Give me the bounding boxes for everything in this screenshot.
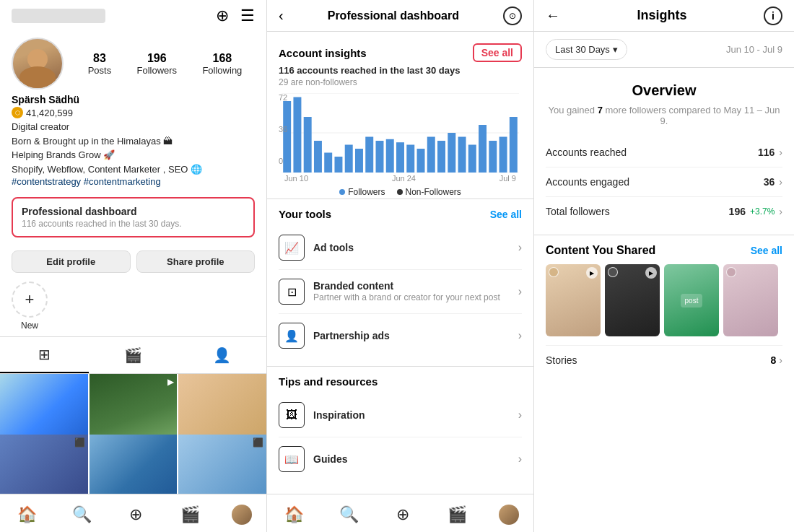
tips-section: Tips and resources 🖼 Inspiration › 📖 Gui… (267, 366, 533, 489)
stories-label: Stories (546, 354, 577, 366)
insights-header: Account insights See all (279, 43, 522, 62)
dash-nav-reels[interactable]: 🎬 (445, 502, 471, 528)
post-6[interactable]: ⬛ (178, 435, 266, 494)
guides-chevron: › (518, 453, 522, 466)
add-icon[interactable]: ⊕ (216, 6, 229, 25)
branded-content-icon: ⊡ (279, 279, 305, 305)
dashboard-card[interactable]: Professional dashboard 116 accounts reac… (12, 197, 255, 237)
profile-name: Spärsh Sädhü (12, 94, 255, 105)
thumbnails-row: ▶ ▶ post (546, 264, 782, 336)
dash-nav-search[interactable]: 🔍 (336, 502, 362, 528)
svg-rect-18 (437, 141, 445, 173)
guides-icon: 📖 (279, 446, 305, 472)
tab-reels[interactable]: 🎬 (89, 337, 178, 373)
posts-grid: ▶ ⬛ ⬛ (0, 374, 266, 494)
content-shared-section: Content You Shared See all ▶ ▶ post (534, 235, 794, 383)
following-stat[interactable]: 168 Following (202, 52, 242, 76)
nav-add[interactable]: ⊕ (123, 502, 149, 528)
stories-row[interactable]: Stories 8 › (546, 345, 782, 375)
bio-digital-creator: Digital creator (12, 120, 255, 134)
thumb-4[interactable] (723, 264, 778, 336)
following-count: 168 (213, 52, 232, 65)
coin-value: 41,420,599 (26, 108, 73, 118)
svg-rect-16 (417, 149, 425, 173)
insights-content: Overview You gained 7 more followers com… (534, 68, 794, 532)
content-see-all-button[interactable]: See all (751, 245, 782, 256)
new-label: New (12, 320, 48, 331)
content-header: Content You Shared See all (546, 244, 782, 257)
back-arrow-icon[interactable]: ‹ (279, 7, 284, 24)
date-filter-button[interactable]: Last 30 Days ▾ (546, 39, 627, 60)
svg-rect-4 (293, 97, 301, 173)
chart-labels: Jun 10 Jun 24 Jul 9 (282, 173, 519, 183)
guides-text: Guides (313, 453, 518, 465)
thumb-1[interactable]: ▶ (546, 264, 601, 336)
posts-stat[interactable]: 83 Posts (88, 52, 112, 76)
metric-accounts-engaged[interactable]: Accounts engaged 36 › (546, 167, 782, 197)
insights-back-icon[interactable]: ← (546, 7, 560, 24)
ad-tools-icon: 📈 (279, 235, 305, 261)
content-shared-title: Content You Shared (546, 244, 655, 257)
thumb-2[interactable]: ▶ (605, 264, 660, 336)
overview-sub: You gained 7 more followers compared to … (546, 105, 782, 126)
y-max: 72 (279, 93, 287, 102)
svg-rect-20 (458, 137, 466, 173)
insights-see-all-button[interactable]: See all (473, 43, 522, 62)
nav-home[interactable]: 🏠 (14, 502, 40, 528)
metric-followers-right: 196 +3.7% › (729, 206, 782, 217)
svg-rect-9 (345, 145, 353, 173)
menu-icon[interactable]: ☰ (240, 6, 255, 25)
nav-profile[interactable] (232, 505, 252, 525)
branded-content-chevron: › (518, 285, 522, 298)
nav-search[interactable]: 🔍 (69, 502, 95, 528)
posts-label: Posts (88, 65, 112, 76)
tool-ad-tools[interactable]: 📈 Ad tools › (279, 226, 522, 270)
post-4[interactable]: ⬛ (0, 435, 88, 494)
profile-bottom-nav: 🏠 🔍 ⊕ 🎬 (0, 494, 266, 532)
tool-guides[interactable]: 📖 Guides › (279, 437, 522, 481)
chart-area: 72 36 0 (279, 93, 522, 187)
bio-brands: Helping Brands Grow 🚀 (12, 148, 255, 162)
followers-count: 196 (147, 52, 167, 65)
tool-branded-content[interactable]: ⊡ Branded content Partner with a brand o… (279, 270, 522, 314)
post-5[interactable] (90, 435, 178, 494)
followers-label: Followers (136, 65, 177, 76)
metric-engaged-value: 36 (764, 176, 775, 188)
dash-nav-home[interactable]: 🏠 (282, 502, 307, 528)
ad-tools-name: Ad tools (313, 242, 518, 253)
metric-total-followers[interactable]: Total followers 196 +3.7% › (546, 197, 782, 226)
account-insights-section: Account insights See all 116 accounts re… (267, 32, 533, 199)
tab-tagged[interactable]: 👤 (178, 337, 266, 373)
settings-icon[interactable]: ⊙ (503, 6, 522, 25)
tools-see-all-button[interactable]: See all (490, 209, 522, 220)
stories-chevron: › (779, 354, 782, 366)
your-tools-title: Your tools (279, 208, 331, 220)
branded-content-name: Branded content (313, 280, 518, 292)
tab-grid[interactable]: ⊞ (0, 337, 89, 373)
metric-accounts-reached[interactable]: Accounts reached 116 › (546, 138, 782, 167)
chart-label-mid: Jun 24 (392, 174, 416, 183)
new-story-button[interactable]: + (12, 282, 48, 318)
meta-coin: ⬡ 41,420,599 (12, 107, 255, 118)
legend-non-followers: Non-Followers (397, 187, 461, 197)
dash-nav-profile[interactable] (499, 505, 519, 525)
edit-profile-button[interactable]: Edit profile (12, 250, 131, 273)
dash-nav-add[interactable]: ⊕ (390, 502, 416, 528)
share-profile-button[interactable]: Share profile (136, 250, 256, 273)
tool-ad-tools-text: Ad tools (313, 242, 518, 253)
svg-rect-10 (355, 149, 363, 173)
svg-rect-14 (396, 142, 404, 173)
tool-inspiration[interactable]: 🖼 Inspiration › (279, 393, 522, 437)
nav-reels[interactable]: 🎬 (178, 502, 204, 528)
account-insights-title: Account insights (279, 47, 367, 59)
tool-partnership-ads[interactable]: 👤 Partnership ads › (279, 314, 522, 357)
followers-stat[interactable]: 196 Followers (136, 52, 177, 76)
dashboard-card-sub: 116 accounts reached in the last 30 days… (22, 219, 245, 229)
avatar (12, 38, 64, 90)
svg-rect-25 (510, 117, 518, 173)
info-icon[interactable]: i (764, 6, 782, 25)
metric-reached-chevron: › (779, 147, 782, 158)
top-icons: ⊕ ☰ (216, 6, 255, 25)
thumb-3[interactable]: post (664, 264, 719, 336)
hashtags[interactable]: #contentstrategy #contentmarketing (12, 176, 255, 187)
